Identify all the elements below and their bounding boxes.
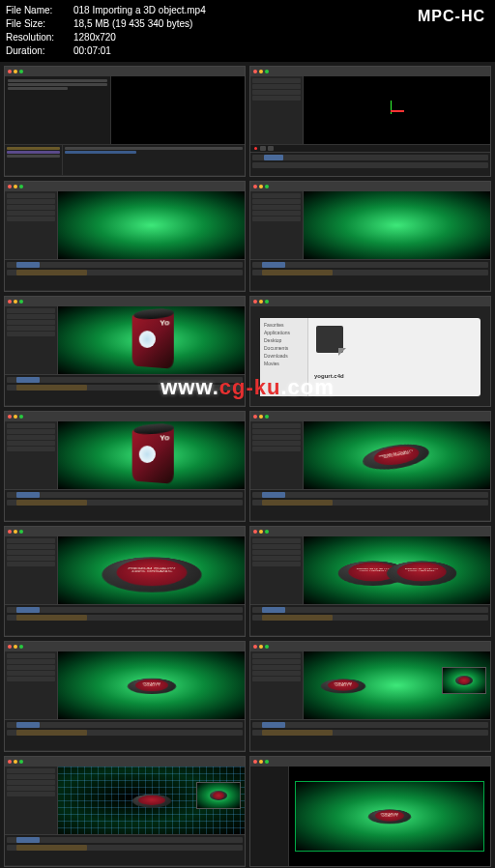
window-titlebar	[5, 67, 245, 76]
properties-panel	[250, 76, 304, 144]
minimize-icon	[259, 415, 263, 419]
thumbnail-13[interactable]	[4, 756, 246, 867]
window-titlebar	[250, 67, 490, 76]
maximize-icon	[265, 185, 269, 188]
close-icon	[253, 415, 257, 419]
close-icon	[8, 415, 12, 419]
yogurt-cup-3d-object: Yo	[131, 311, 173, 368]
thumbnail-12[interactable]: PREMIUM QUALITY	[249, 641, 491, 752]
timeline	[250, 152, 490, 177]
preview-thumbnail	[442, 667, 486, 694]
file-name-label: File Name:	[6, 4, 73, 17]
window-titlebar	[250, 757, 490, 767]
sidebar-item: Applications	[264, 330, 304, 335]
thumbnail-5[interactable]: Yo	[4, 296, 246, 407]
file-open-dialog: Favorites Applications Desktop Documents…	[260, 318, 480, 396]
viewport: PREMIUM QUALITY100% ORGANIC	[304, 421, 490, 489]
thumbnail-1[interactable]	[4, 66, 246, 177]
dialog-sidebar: Favorites Applications Desktop Documents…	[260, 318, 308, 396]
window-titlebar	[5, 297, 245, 306]
resolution-label: Resolution:	[6, 31, 73, 44]
properties-panel	[250, 191, 304, 259]
bottom-panels	[5, 144, 245, 175]
viewport: Yo	[58, 421, 245, 489]
maximize-icon	[19, 530, 23, 534]
thumbnail-3[interactable]	[4, 181, 246, 292]
duration-value: 00:07:01	[73, 44, 111, 58]
sidebar-item: Desktop	[264, 337, 304, 343]
maximize-icon	[19, 70, 23, 73]
duration-label: Duration:	[6, 44, 73, 58]
minimize-icon	[14, 530, 17, 534]
close-icon	[253, 70, 257, 73]
lid-disc-3d-object: PREMIUM QUALITY	[365, 810, 413, 825]
properties-panel	[5, 536, 58, 604]
properties-panel	[250, 536, 304, 604]
minimize-icon	[14, 645, 17, 649]
file-icon	[316, 326, 343, 353]
toolbar-button	[260, 146, 266, 151]
properties-panel	[5, 651, 58, 719]
maximize-icon	[265, 415, 269, 419]
viewport	[58, 191, 245, 259]
thumbnail-9[interactable]: PREMIUM QUALITY100% ORGANIC	[4, 526, 246, 637]
minimize-icon	[14, 415, 17, 419]
timeline	[5, 489, 245, 520]
file-name: yogurt.c4d	[314, 373, 344, 379]
thumbnail-11[interactable]: PREMIUM QUALITY	[4, 641, 246, 752]
file-size-label: File Size:	[6, 17, 73, 31]
close-icon	[253, 530, 257, 534]
viewport: PREMIUM QUALITY100% ORGANIC	[58, 536, 245, 604]
timeline	[5, 374, 245, 405]
viewport: PREMIUM QUALITY	[58, 651, 245, 719]
minimize-icon	[259, 70, 263, 73]
minimize-icon	[259, 530, 263, 534]
lid-disc-3d-object: PREMIUM QUALITY100% ORGANIC	[87, 557, 216, 593]
properties-panel	[250, 421, 304, 489]
thumbnail-10[interactable]: PREMIUM QUALITY100% ORGANIC PREMIUM QUAL…	[249, 526, 491, 637]
window-titlebar	[5, 527, 245, 536]
file-size-value: 18,5 MB (19 435 340 bytes)	[73, 17, 192, 31]
minimize-icon	[14, 185, 17, 188]
thumbnail-2[interactable]	[249, 66, 491, 177]
minimize-icon	[259, 185, 263, 188]
editor-panels	[5, 76, 245, 144]
minimize-icon	[14, 70, 17, 73]
window-titlebar	[250, 527, 490, 536]
window-titlebar	[250, 642, 490, 651]
sidebar-item: Downloads	[264, 353, 304, 359]
maximize-icon	[19, 300, 23, 304]
viewport	[304, 76, 490, 144]
yogurt-cup-3d-object: Yo	[131, 426, 173, 483]
thumbnail-6[interactable]: Favorites Applications Desktop Documents…	[249, 296, 491, 407]
thumbnail-4[interactable]	[249, 181, 491, 292]
file-name-value: 018 Importing a 3D object.mp4	[73, 4, 206, 17]
thumbnail-8[interactable]: PREMIUM QUALITY100% ORGANIC	[249, 411, 491, 522]
thumbnail-grid: Yo Favorites Applications Desktop Docume…	[0, 62, 495, 868]
minimize-icon	[14, 300, 17, 304]
timeline	[250, 489, 490, 520]
file-info-header: File Name:018 Importing a 3D object.mp4 …	[0, 0, 495, 62]
viewport	[304, 191, 490, 259]
minimize-icon	[14, 760, 17, 764]
window-titlebar	[250, 182, 490, 191]
record-icon	[254, 147, 257, 150]
close-icon	[253, 185, 257, 188]
thumbnail-7[interactable]: Yo	[4, 411, 246, 522]
sidebar-item: Favorites	[264, 322, 304, 328]
toolbar-button	[268, 146, 274, 151]
minimize-icon	[259, 300, 263, 304]
sidebar-item: Documents	[264, 345, 304, 351]
close-icon	[8, 300, 12, 304]
thumbnail-14[interactable]: PREMIUM QUALITY	[249, 756, 491, 867]
properties-panel	[5, 191, 58, 259]
window-titlebar	[5, 182, 245, 191]
preview-thumbnail	[196, 782, 241, 809]
timeline	[5, 834, 245, 865]
maximize-icon	[19, 645, 23, 649]
maximize-icon	[265, 760, 269, 764]
close-icon	[253, 645, 257, 649]
maximize-icon	[19, 185, 23, 188]
viewport: Yo	[58, 306, 245, 374]
render-preview: PREMIUM QUALITY	[295, 781, 484, 852]
